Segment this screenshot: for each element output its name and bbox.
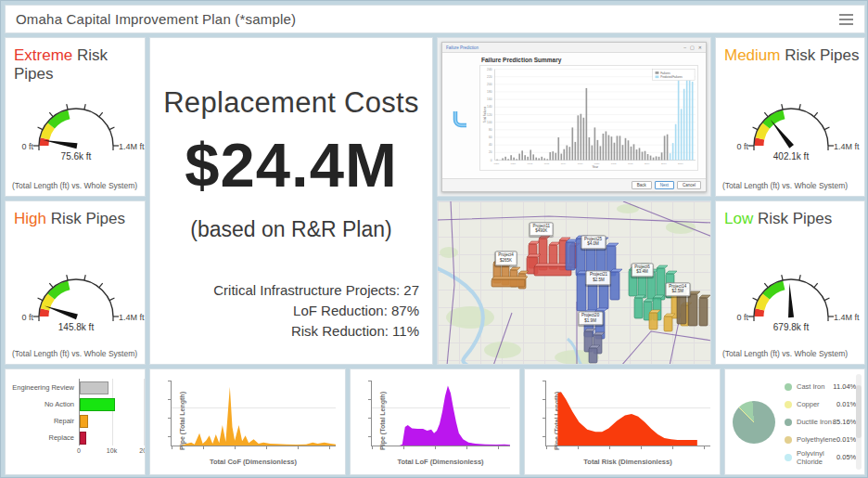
legend-percent: 85.16% xyxy=(833,418,856,426)
cancel-button[interactable]: Cancel xyxy=(677,181,701,189)
svg-text:679.8k ft: 679.8k ft xyxy=(773,322,810,332)
action-label: Replace xyxy=(6,433,79,442)
legend-label: Copper xyxy=(797,400,820,408)
action-row: Repair xyxy=(6,412,145,429)
svg-text:1.4M ft: 1.4M ft xyxy=(119,313,145,322)
gauge-caption: (Total Length (ft) vs. Whole System) xyxy=(722,181,848,190)
legend-scrollbar[interactable] xyxy=(856,374,862,470)
material-pie-panel: Cast Iron11.04%Copper0.01%Ductile Iron85… xyxy=(724,368,865,475)
gauge-title-word: Low xyxy=(724,210,753,227)
dialog-titlebar[interactable]: Failure Prediction – ▢ ✕ xyxy=(442,43,706,53)
replacement-costs-panel: Replacement Costs $24.4M (based on R&R P… xyxy=(149,37,433,365)
gauge-title-word: Medium xyxy=(724,46,780,64)
gauge-title: Low Risk Pipes xyxy=(716,201,864,228)
legend-label: Cast Iron xyxy=(797,382,824,391)
svg-text:Predicted Failures: Predicted Failures xyxy=(660,75,683,79)
action-bar xyxy=(80,381,108,394)
x-tick-label: 0 xyxy=(77,447,81,454)
svg-text:1.4M ft: 1.4M ft xyxy=(834,142,860,151)
risk-area-chart-panel: Pipe (Total Length) Total Risk (Dimensio… xyxy=(524,368,721,475)
replacement-subtitle: (based on R&R Plan) xyxy=(150,217,432,242)
action-row: No Action xyxy=(6,395,145,412)
svg-text:1962: 1962 xyxy=(528,162,533,165)
svg-text:140: 140 xyxy=(487,106,492,110)
project-label: Project14$2.5M xyxy=(665,282,690,296)
maximize-icon[interactable]: ▢ xyxy=(690,45,695,50)
x-axis-label: Total Risk (Dimensionless) xyxy=(545,458,710,466)
action-bar xyxy=(80,432,86,445)
legend-row: Polyvinyl Chloride0.05% xyxy=(785,448,856,466)
svg-text:0 ft: 0 ft xyxy=(21,313,33,322)
window-controls: – ▢ ✕ xyxy=(683,45,702,50)
svg-text:75.6k ft: 75.6k ft xyxy=(61,151,92,161)
svg-text:240: 240 xyxy=(487,68,492,71)
project-label: Project6$3.4M xyxy=(631,263,654,277)
dialog-footer: BackNextCancel xyxy=(442,178,706,191)
svg-text:Year: Year xyxy=(592,165,598,169)
action-label: Engineering Review xyxy=(6,383,79,392)
next-button[interactable]: Next xyxy=(655,181,674,189)
svg-text:1980: 1980 xyxy=(578,162,583,165)
stat-projects: Critical Infrastructure Projects: 27 xyxy=(213,280,419,301)
project-label: Project4$265K xyxy=(494,252,517,265)
gauge-title: High Risk Pipes xyxy=(6,201,145,228)
legend-row: Ductile Iron85.16% xyxy=(785,413,856,431)
svg-text:1950: 1950 xyxy=(493,162,499,165)
svg-text:1968: 1968 xyxy=(544,162,550,165)
projects-3d-map[interactable]: Project11$490KProject4$265KProject25$4.0… xyxy=(437,200,711,365)
svg-text:0: 0 xyxy=(491,159,492,162)
legend-row: Cast Iron11.04% xyxy=(785,378,856,395)
close-icon[interactable]: ✕ xyxy=(698,45,702,50)
pipe-icon xyxy=(452,110,468,130)
svg-text:1.4M ft: 1.4M ft xyxy=(834,313,860,322)
legend-percent: 11.04% xyxy=(833,382,856,391)
svg-text:2010: 2010 xyxy=(661,162,667,165)
action-row: Engineering Review xyxy=(6,379,145,395)
replacement-stats: Critical Infrastructure Projects: 27 LoF… xyxy=(213,280,419,342)
project-label: Project20$1.9M xyxy=(578,311,603,325)
svg-text:1974: 1974 xyxy=(561,162,567,165)
svg-text:2004: 2004 xyxy=(645,162,650,165)
svg-text:180: 180 xyxy=(487,90,492,94)
svg-text:160: 160 xyxy=(487,97,492,101)
gauge-title: Extreme Risk Pipes xyxy=(6,38,145,84)
project-label: Project21$2.5M xyxy=(586,271,611,285)
action-label: Repair xyxy=(6,417,79,425)
gauge-title-rest: Risk Pipes xyxy=(46,210,125,227)
gauge-chart: 0 ft1.4M ft75.6k ft xyxy=(6,81,145,168)
svg-text:20: 20 xyxy=(489,151,492,155)
action-bar-track xyxy=(79,412,145,429)
legend-percent: 0.01% xyxy=(836,435,856,444)
gauge-chart: 0 ft1.4M ft145.8k ft xyxy=(6,252,145,339)
replacement-amount: $24.4M xyxy=(150,129,432,200)
gauge-title-word: High xyxy=(14,210,46,227)
stat-lof-reduction: LoF Reduction: 87% xyxy=(213,301,419,321)
failure-bar-chart: 0204060801001201401601802002202401950195… xyxy=(479,65,698,171)
legend-row: Copper0.01% xyxy=(785,395,856,413)
page-title: Omaha Capital Improvement Plan (*sample) xyxy=(6,11,296,27)
action-bar xyxy=(80,398,115,411)
svg-text:120: 120 xyxy=(487,113,492,117)
project-label: Project25$4.0M xyxy=(581,235,606,249)
svg-text:145.8k ft: 145.8k ft xyxy=(58,322,95,332)
svg-text:220: 220 xyxy=(487,75,492,79)
legend-row: Polyethylene0.01% xyxy=(785,431,856,448)
gauge-title-word: Extreme xyxy=(14,46,72,64)
back-button[interactable]: Back xyxy=(632,181,652,189)
material-pie-chart xyxy=(733,401,775,444)
action-bar-track xyxy=(79,379,145,395)
x-tick-label: 20k xyxy=(139,447,146,454)
x-axis-label: Total LoF (Dimensionless) xyxy=(371,458,510,466)
failure-chart-title: Failure Prediction Summary xyxy=(481,57,561,63)
scrollbar-thumb[interactable] xyxy=(856,385,862,438)
hamburger-menu-icon[interactable] xyxy=(839,14,853,25)
legend-dot xyxy=(785,436,792,444)
minimize-icon[interactable]: – xyxy=(683,45,686,50)
risk-plot xyxy=(545,381,710,446)
lof-plot xyxy=(371,381,510,446)
gauge-panel-low: Low Risk Pipes 0 ft1.4M ft679.8k ft (Tot… xyxy=(715,200,865,365)
header: Omaha Capital Improvement Plan (*sample) xyxy=(5,5,865,33)
gauge-panel-extreme: Extreme Risk Pipes 0 ft1.4M ft75.6k ft (… xyxy=(5,37,146,197)
svg-text:200: 200 xyxy=(487,83,492,86)
gauge-chart: 0 ft1.4M ft402.1k ft xyxy=(721,81,860,168)
